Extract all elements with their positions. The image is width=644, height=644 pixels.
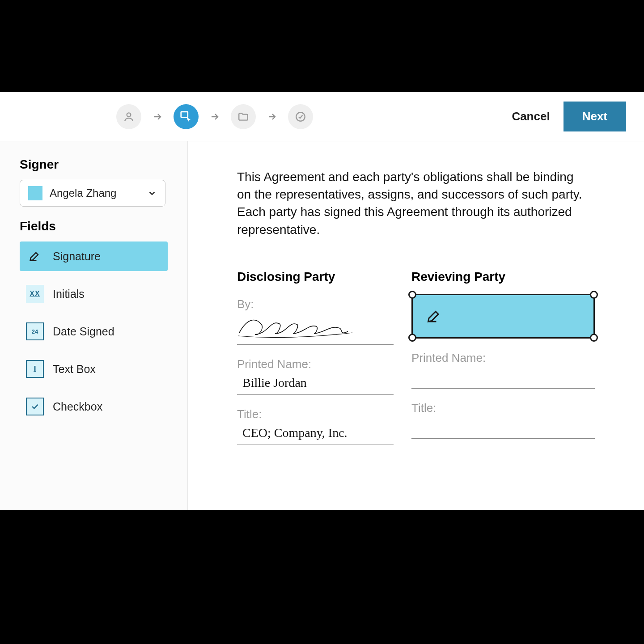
field-label: Text Box: [53, 363, 96, 376]
sidebar: Signer Angela Zhang Fields Signature XX: [0, 141, 188, 510]
cancel-button[interactable]: Cancel: [512, 110, 550, 123]
signature-line: [237, 344, 394, 345]
field-text-box[interactable]: I Text Box: [20, 354, 168, 384]
fields-heading: Fields: [20, 219, 168, 233]
reviewing-party-section: Revieving Party Printed Name: Title:: [411, 270, 595, 458]
reviewing-heading: Revieving Party: [411, 270, 595, 284]
svg-rect-1: [181, 111, 188, 117]
underline: [237, 445, 394, 445]
printed-name-label: Printed Name:: [237, 357, 394, 371]
step-confirm-icon[interactable]: [288, 104, 313, 129]
step-place-fields-icon[interactable]: [174, 104, 199, 129]
title-label: Title:: [237, 407, 394, 421]
field-initials[interactable]: XX Initials: [20, 279, 168, 309]
progress-steps: [116, 104, 313, 129]
signature-icon: [426, 308, 442, 324]
printed-name-label: Printed Name:: [411, 351, 595, 365]
arrow-icon: [209, 111, 220, 122]
field-signature[interactable]: Signature: [20, 242, 168, 271]
title-label: Title:: [411, 401, 595, 415]
next-button[interactable]: Next: [564, 102, 626, 131]
underline: [411, 438, 595, 439]
calendar-icon: 24: [26, 322, 44, 340]
printed-name-value: [411, 367, 595, 388]
disclosing-heading: Disclosing Party: [237, 270, 394, 284]
document-canvas[interactable]: This Agreement and each party's obligati…: [188, 141, 644, 510]
title-value: CEO; Company, Inc.: [237, 423, 394, 445]
underline: [411, 388, 595, 389]
printed-name-value: Billie Jordan: [237, 373, 394, 394]
signer-select[interactable]: Angela Zhang: [20, 180, 165, 207]
arrow-icon: [267, 111, 277, 122]
signer-color-swatch: [28, 186, 42, 200]
signer-selected-label: Angela Zhang: [50, 187, 147, 199]
svg-point-0: [127, 113, 131, 117]
field-checkbox[interactable]: Checkbox: [20, 392, 168, 421]
field-label: Checkbox: [53, 400, 102, 413]
resize-handle[interactable]: [590, 334, 598, 342]
field-label: Signature: [53, 250, 101, 263]
resize-handle[interactable]: [408, 334, 416, 342]
step-folder-icon[interactable]: [231, 104, 256, 129]
signature-icon: [26, 247, 44, 265]
chevron-down-icon: [147, 188, 157, 198]
top-toolbar: Cancel Next: [0, 92, 644, 141]
disclosing-party-section: Disclosing Party By: Printed Name: Billi…: [237, 270, 394, 458]
title-value: [411, 417, 595, 438]
field-label: Initials: [53, 288, 85, 301]
resize-handle[interactable]: [590, 291, 598, 299]
agreement-paragraph: This Agreement and each party's obligati…: [237, 168, 586, 238]
signer-heading: Signer: [20, 157, 168, 172]
initials-icon: XX: [26, 285, 44, 303]
textbox-icon: I: [26, 360, 44, 378]
signature-image: [237, 311, 353, 343]
placed-signature-field[interactable]: [411, 294, 595, 339]
arrow-icon: [152, 111, 163, 122]
field-label: Date Signed: [53, 325, 114, 338]
resize-handle[interactable]: [408, 291, 416, 299]
svg-point-2: [296, 112, 305, 121]
field-date-signed[interactable]: 24 Date Signed: [20, 317, 168, 346]
checkbox-icon: [26, 398, 44, 415]
underline: [237, 394, 394, 395]
by-label: By:: [237, 297, 394, 311]
step-signer-icon[interactable]: [116, 104, 141, 129]
